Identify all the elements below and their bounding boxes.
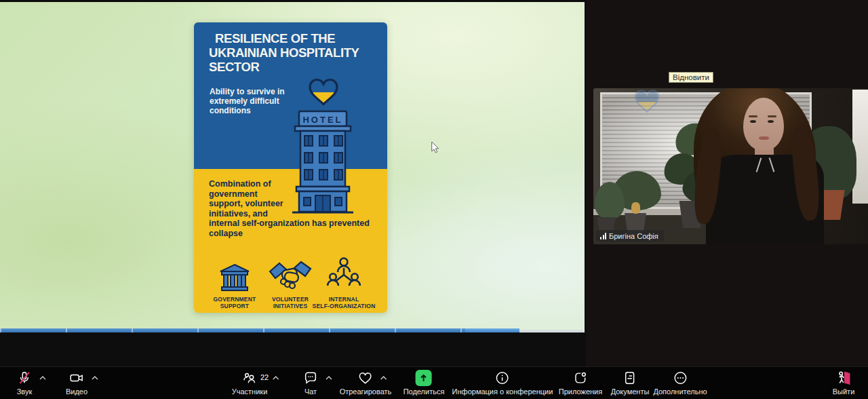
more-button[interactable]: Дополнительно	[653, 370, 707, 396]
leave-door-icon	[835, 370, 852, 386]
bank-icon	[219, 263, 250, 293]
documents-button[interactable]: Документы	[611, 370, 650, 396]
document-icon	[623, 370, 637, 385]
chevron-up-icon[interactable]	[273, 376, 279, 380]
apps-icon	[573, 370, 588, 385]
people-network-icon	[327, 256, 361, 293]
more-ellipsis-icon	[673, 370, 688, 385]
participants-button[interactable]: 22 Участники	[232, 370, 268, 396]
audio-button[interactable]: Звук	[16, 370, 33, 396]
camera-icon	[68, 370, 85, 385]
share-screen-icon	[416, 370, 432, 386]
presentation-slide: RESILIENCE OF THE UKRAINIAN HOSPITALITY …	[194, 22, 387, 313]
video-button[interactable]: Видео	[66, 370, 87, 396]
share-button[interactable]: Поделиться	[403, 370, 445, 396]
restore-button[interactable]: Відновити	[669, 72, 713, 83]
react-button[interactable]: Отреагировать	[340, 370, 392, 396]
shared-screen-view: RESILIENCE OF THE UKRAINIAN HOSPITALITY …	[0, 2, 585, 332]
chevron-up-icon[interactable]	[326, 376, 332, 380]
participants-icon	[242, 370, 257, 385]
heart-icon	[358, 370, 373, 385]
apps-button[interactable]: Приложения	[559, 370, 602, 396]
chevron-up-icon[interactable]	[92, 376, 98, 380]
mouse-cursor	[431, 142, 439, 153]
slide-body-text: Combination of government support, volun…	[209, 179, 378, 238]
participants-count: 22	[260, 373, 269, 381]
leave-button[interactable]: Выйти	[833, 370, 855, 396]
participant-face	[743, 98, 784, 151]
microphone-muted-icon	[17, 370, 32, 385]
hotel-sign-text: HOTEL	[302, 115, 342, 125]
chevron-up-icon[interactable]	[380, 376, 387, 380]
signal-bars-icon	[600, 233, 606, 240]
shared-screen-taskbar	[0, 328, 519, 332]
pillar-internal-self-organization: INTERNAL SELF-ORGANIZATION	[311, 258, 376, 309]
window-heart-decoration	[633, 88, 661, 114]
participant-name: Бригіна Софія	[609, 232, 658, 240]
info-icon	[495, 370, 510, 385]
handshake-icon	[269, 261, 312, 293]
figurine	[631, 202, 640, 214]
participant-name-tag: Бригіна Софія	[596, 230, 664, 242]
participant-video[interactable]: Бригіна Софія	[593, 88, 868, 244]
shared-screen-taskbar-active-segment	[465, 328, 519, 332]
meeting-info-button[interactable]: Информация о конференции	[452, 370, 553, 396]
participant-video-frame	[593, 88, 868, 244]
pillar-label: INTERNAL SELF-ORGANIZATION	[311, 296, 376, 309]
chat-button[interactable]: Чат	[302, 370, 319, 396]
chevron-up-icon[interactable]	[39, 376, 46, 380]
shared-screen-taskbar-end	[519, 330, 583, 332]
meeting-toolbar: Звук Видео 22	[0, 366, 868, 399]
video-panel: Відновити	[586, 0, 868, 366]
meeting-window: RESILIENCE OF THE UKRAINIAN HOSPITALITY …	[0, 0, 868, 399]
ukraine-heart-icon	[307, 77, 340, 107]
slide-title: RESILIENCE OF THE UKRAINIAN HOSPITALITY …	[209, 31, 375, 74]
chat-icon	[303, 370, 318, 385]
